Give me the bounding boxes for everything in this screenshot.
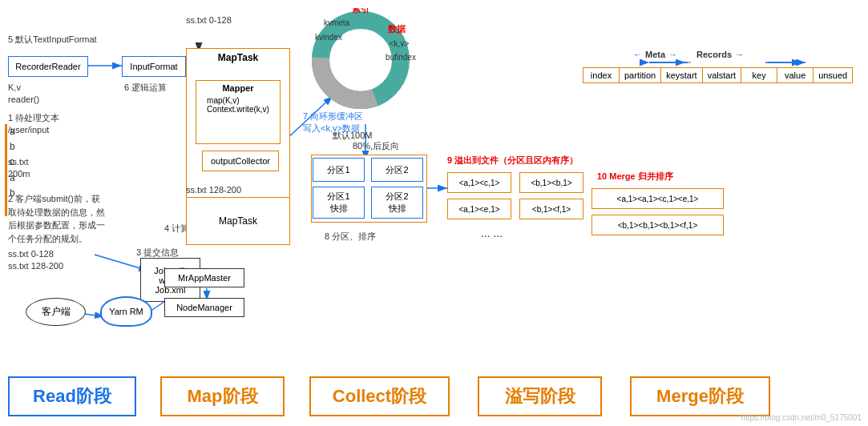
box-outputcollector: outputCollector	[202, 151, 279, 171]
client-ellipse: 客户端	[26, 298, 86, 326]
label-client-submit: 2 客户端submit()前，获 取待处理数据的信息，然 后根据参数配置，形成一…	[8, 192, 140, 245]
label-sstxt-lines: ss.txt 0-128 ss.txt 128-200	[8, 248, 63, 273]
label-default-textinputformat: 5 默认TextInputFormat	[8, 34, 97, 46]
stage-merge: Merge阶段	[630, 376, 770, 416]
stage-spill: 溢写阶段	[478, 376, 602, 416]
label-logical-op: 6 逻辑运算	[124, 82, 167, 94]
label-spill: 9 溢出到文件（分区且区内有序）	[447, 155, 578, 167]
svg-text:kvmeta: kvmeta	[324, 18, 350, 27]
svg-text:<k,v>: <k,v>	[390, 39, 410, 48]
circular-buffer-svg: 索引 kvmeta kvindex 数据 <k,v> bufindex	[305, 8, 417, 112]
watermark: https://blog.csdn.net/m0_5175001	[741, 413, 862, 422]
donut-container: 索引 kvmeta kvindex 数据 <k,v> bufindex	[305, 8, 417, 112]
svg-text:索引: 索引	[352, 8, 369, 14]
partition1-top: 分区1	[313, 158, 365, 182]
svg-text:数据: 数据	[387, 24, 406, 34]
label-sstxt128200: ss.txt 128-200	[186, 184, 241, 196]
partition2-sort: 分区2 快排	[371, 187, 423, 219]
meta-arrow-right-1: →	[668, 50, 677, 59]
header-cell-key: key	[741, 68, 777, 82]
header-cell-keystart: keystart	[661, 68, 703, 82]
box-recorderreader: RecorderReader	[8, 56, 88, 77]
box-nodemanager: NodeManager	[164, 298, 244, 317]
header-cells-table: index partition keystart valstart key va…	[583, 67, 853, 83]
spill-box-a1c1: <a,1><c,1>	[447, 172, 511, 193]
stage-read: Read阶段	[8, 376, 136, 416]
label-ellipsis: ... ...	[481, 226, 503, 242]
meta-arrow-left: ←	[633, 50, 642, 59]
merge-result1: <a,1><a,1><c,1><e,1>	[591, 188, 724, 209]
label-split-sort: 8 分区、排序	[325, 231, 376, 243]
meta-records-header: ← Meta → Records →	[633, 50, 744, 59]
merge-result2: <b,1><b,1><b,1><f,1>	[591, 215, 724, 235]
header-cell-partition: partition	[620, 68, 661, 82]
spill-box-b1f1: <b,1><f,1>	[519, 199, 583, 219]
header-cell-unsued: unsued	[813, 68, 852, 82]
partition2-top: 分区2	[371, 158, 423, 182]
spill-box-b1b1: <b,1><b,1>	[519, 172, 583, 193]
label-meta: Meta	[645, 50, 665, 59]
header-cell-index: index	[583, 68, 620, 82]
box-inputformat: InputFormat	[122, 56, 186, 77]
box-mapper: Mapper map(K,v) Context.write(k,v)	[196, 80, 281, 144]
header-cell-valstart: valstart	[703, 68, 741, 82]
label-kv-reader: K,v reader()	[8, 82, 39, 106]
svg-text:bufindex: bufindex	[386, 53, 416, 62]
diagram: 5 默认TextInputFormat RecorderReader Input…	[0, 0, 868, 426]
label-merge-sort: 10 Merge 归并排序	[597, 171, 673, 183]
spill-box-a1e1: <a,1><e,1>	[447, 199, 511, 219]
stage-map: Map阶段	[160, 376, 285, 416]
box-mrappmaster: MrAppMaster	[164, 268, 244, 287]
header-cell-value: value	[777, 68, 813, 82]
label-records: Records	[696, 50, 732, 59]
meta-arrow-right-2: →	[735, 50, 744, 59]
label-sstxt0128: ss.txt 0-128	[186, 14, 232, 26]
box-maptask2: MapTask	[186, 197, 290, 245]
partition1-sort: 分区1 快排	[313, 187, 365, 219]
label-80percent: 80%,后反向	[353, 140, 399, 152]
yarn-rm-cloud: Yarn RM	[100, 296, 152, 327]
svg-text:kvindex: kvindex	[315, 33, 342, 42]
stage-collect: Collect阶段	[309, 376, 450, 416]
label-letters: a b c a b .	[5, 124, 15, 216]
label-user-input: 1 待处理文本 /user/input	[8, 112, 59, 137]
